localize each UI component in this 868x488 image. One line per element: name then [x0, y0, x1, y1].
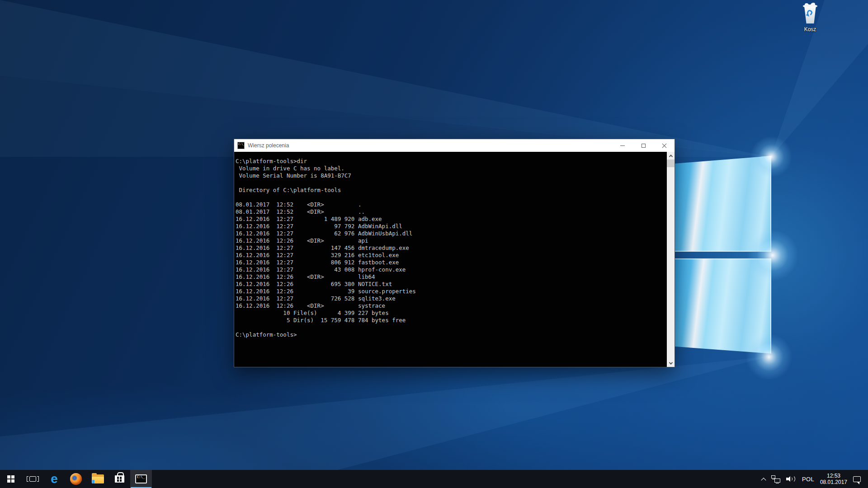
clock-time: 12:53 — [820, 473, 847, 479]
start-button[interactable] — [0, 470, 22, 488]
chevron-up-icon — [669, 155, 672, 158]
scroll-down-button[interactable] — [667, 359, 675, 367]
clock[interactable]: 12:53 08.01.2017 — [820, 470, 847, 488]
recycle-bin-icon — [802, 4, 818, 25]
scrollbar-thumb[interactable] — [667, 160, 675, 167]
console-area[interactable]: C:\platform-tools>dir Volume in drive C … — [234, 152, 675, 367]
recycle-bin-desktop-icon[interactable]: Kosz — [792, 4, 828, 33]
taskbar-item-file-explorer[interactable] — [87, 470, 108, 488]
taskbar-item-store[interactable] — [108, 470, 130, 488]
command-prompt-icon: C:\_ — [237, 142, 245, 149]
volume-icon — [786, 475, 796, 483]
firefox-icon — [70, 473, 82, 485]
chevron-down-icon — [669, 361, 672, 364]
windows-start-icon — [7, 475, 14, 483]
taskbar-item-edge[interactable]: e — [43, 470, 65, 488]
network-icon — [771, 475, 780, 483]
task-view-button[interactable] — [22, 470, 43, 488]
window-titlebar[interactable]: C:\_ Wiersz polecenia — [234, 139, 675, 152]
taskbar-item-firefox[interactable] — [65, 470, 87, 488]
minimize-icon — [620, 145, 625, 146]
command-prompt-window: C:\_ Wiersz polecenia C:\platform-tools>… — [234, 139, 675, 367]
action-center-icon — [853, 476, 861, 482]
scroll-up-button[interactable] — [667, 152, 675, 160]
network-tray-button[interactable] — [771, 470, 780, 488]
windows-store-icon — [115, 475, 124, 483]
action-center-button[interactable] — [853, 470, 861, 488]
window-title: Wiersz polecenia — [248, 142, 289, 149]
language-label: POL — [802, 476, 814, 483]
maximize-icon — [642, 144, 646, 148]
language-indicator[interactable]: POL — [802, 470, 814, 488]
task-view-icon — [29, 476, 36, 482]
taskbar-item-command-prompt[interactable]: C:\_ — [130, 470, 152, 488]
chevron-up-icon — [761, 478, 766, 483]
edge-icon: e — [51, 473, 58, 485]
close-icon — [662, 143, 667, 148]
clock-date: 08.01.2017 — [820, 479, 847, 485]
maximize-button[interactable] — [633, 139, 654, 152]
console-output[interactable]: C:\platform-tools>dir Volume in drive C … — [234, 152, 667, 367]
minimize-button[interactable] — [612, 139, 633, 152]
close-button[interactable] — [654, 139, 675, 152]
command-prompt-icon: C:\_ — [135, 474, 147, 483]
vertical-scrollbar[interactable] — [667, 152, 675, 367]
show-hidden-icons-button[interactable] — [762, 470, 765, 488]
file-explorer-icon — [92, 474, 104, 483]
volume-tray-button[interactable] — [786, 470, 796, 488]
recycle-bin-label: Kosz — [804, 26, 816, 33]
taskbar: e C:\_ — [0, 470, 868, 488]
